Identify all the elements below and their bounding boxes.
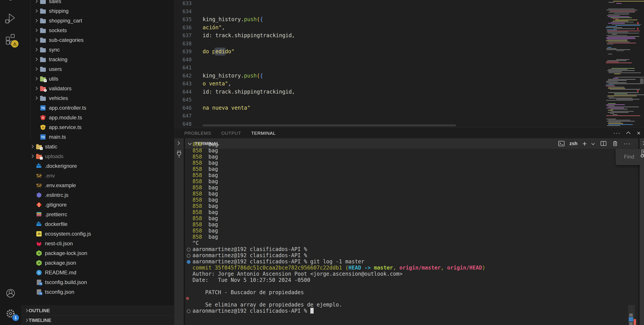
nest-module-icon: A — [40, 114, 46, 121]
terminal-line: 858 bag — [192, 148, 485, 154]
tab-output[interactable]: OUTPUT — [221, 130, 241, 136]
folder-icon — [40, 66, 46, 72]
chevron-spacer — [30, 260, 34, 265]
chevron-spacer — [30, 212, 34, 217]
overview-ruler-error-mark — [637, 28, 638, 30]
tree-item-sub-categories[interactable]: sub-categories — [21, 35, 174, 45]
terminal-line: 858 bag — [192, 166, 485, 172]
tab-problems[interactable]: PROBLEMS — [184, 130, 211, 136]
tree-item-sync[interactable]: sync — [21, 45, 174, 54]
tree-item-users[interactable]: users — [21, 64, 174, 74]
command-decoration-icon[interactable] — [187, 254, 190, 258]
tree-item-tracking[interactable]: tracking — [21, 54, 174, 64]
tree-item-label: app.module.ts — [49, 114, 82, 121]
maximize-panel-icon[interactable] — [626, 132, 630, 136]
code-editor[interactable]: 6336346356366376386396406416426436446456… — [174, 0, 644, 128]
chevron-right-icon — [641, 141, 644, 145]
collapsed-ports-section[interactable] — [174, 138, 184, 325]
explorer-sidebar: salesshippingshopping_cartsocketssub-cat… — [21, 0, 174, 325]
terminal-more-actions-icon[interactable]: ··· — [624, 140, 631, 147]
code-line: do pedido" — [203, 48, 295, 56]
tree-item-ecosystem.config.js[interactable]: JSecosystem.config.js — [21, 229, 174, 239]
folder-icon — [40, 0, 46, 4]
tree-item-static[interactable]: static — [21, 142, 174, 152]
command-decoration-icon[interactable] — [187, 309, 190, 313]
split-terminal-icon[interactable] — [600, 141, 606, 146]
terminal-dropdown-icon[interactable] — [591, 142, 595, 145]
tree-item-.env[interactable]: .env — [21, 171, 174, 180]
command-mark-active — [629, 317, 633, 322]
tree-item-package.json[interactable]: JSpackage.json — [21, 258, 174, 268]
account-icon[interactable] — [0, 288, 21, 299]
terminal-profile-icon — [558, 141, 564, 146]
code-line: id: track.shippingtrackingid, — [203, 32, 295, 40]
terminal-error-mark — [634, 319, 636, 325]
tree-item-app.controller.ts[interactable]: TSapp.controller.ts — [21, 103, 174, 113]
tree-item-app.service.ts[interactable]: Aapp.service.ts — [21, 122, 174, 132]
tree-item-README.md[interactable]: iREADME.md — [21, 268, 174, 278]
tree-item-.dockerignore[interactable]: .dockerignore — [21, 161, 174, 171]
command-error-icon[interactable]: ⊗ — [186, 295, 189, 302]
chevron-right-icon — [34, 8, 38, 14]
tree-item-uploads[interactable]: uploads — [21, 152, 174, 161]
tree-item-tsconfig.json[interactable]: tsconfig.json — [21, 287, 174, 297]
editor-horizontal-scrollbar[interactable] — [203, 124, 456, 126]
tree-item-label: app.controller.ts — [49, 105, 86, 111]
command-decoration-icon[interactable] — [187, 260, 190, 264]
outline-section-header[interactable]: OUTLINE — [21, 306, 174, 316]
timeline-section-header[interactable]: TIMELINE — [21, 315, 174, 325]
settings-gear-icon[interactable]: 1 — [0, 308, 21, 320]
folder-icon — [40, 37, 46, 43]
tree-item-validators[interactable]: validators — [21, 84, 174, 93]
chevron-right-icon — [34, 18, 38, 23]
tree-item-sockets[interactable]: sockets — [21, 26, 174, 35]
tree-item-sales[interactable]: sales — [21, 0, 174, 6]
minimap[interactable] — [605, 0, 644, 127]
collapsed-debug-console-section[interactable] — [640, 138, 644, 325]
chevron-right-icon — [24, 318, 29, 323]
tree-item-.prettierrc[interactable]: .prettierrc — [21, 210, 174, 219]
new-terminal-icon[interactable]: + — [582, 140, 587, 147]
command-mark — [629, 322, 633, 325]
terminal-line: aaronmartinez@192 clasificados-API % git… — [192, 258, 485, 265]
folder-uploads-icon — [36, 153, 42, 160]
shell-name-label: zsh — [569, 141, 578, 146]
more-actions-icon[interactable]: ··· — [614, 130, 621, 136]
tree-item-main.ts[interactable]: TSmain.ts — [21, 132, 174, 142]
tree-item-utils[interactable]: utils — [21, 74, 174, 84]
code-line: ación", — [203, 24, 295, 32]
close-panel-icon[interactable]: × — [637, 130, 640, 136]
tree-item-app.module.ts[interactable]: Aapp.module.ts — [21, 113, 174, 122]
tree-item-vehicles[interactable]: vehicles — [21, 93, 174, 103]
terminal-output[interactable]: 858 bag858 bag858 bag858 bag858 bag858 b… — [192, 141, 485, 314]
tree-item-.eslintrc.js[interactable]: .eslintrc.js — [21, 190, 174, 200]
panel-body: TERMINAL zsh + — [174, 138, 644, 325]
terminal-line — [192, 283, 485, 289]
tree-item-shopping_cart[interactable]: shopping_cart — [21, 16, 174, 26]
tree-item-label: .dockerignore — [45, 163, 77, 169]
activity-bar: ⚠ 1 — [0, 0, 21, 325]
editor-vertical-scrollbar[interactable] — [640, 78, 644, 84]
tree-item-.gitignore[interactable]: .gitignore — [21, 200, 174, 210]
command-decoration-icon[interactable] — [187, 248, 190, 252]
tree-item-label: uploads — [45, 153, 64, 160]
run-and-debug-icon[interactable] — [0, 12, 21, 25]
tree-item-shipping[interactable]: shipping — [21, 6, 174, 16]
chevron-right-icon — [30, 154, 34, 159]
folder-icon — [40, 47, 46, 53]
tree-item-nest-cli.json[interactable]: nest-cli.json — [21, 239, 174, 248]
ts-icon: TS — [40, 134, 46, 140]
extensions-icon[interactable]: ⚠ — [0, 33, 21, 46]
tree-item-.env.example[interactable]: .env.example — [21, 180, 174, 190]
tab-terminal[interactable]: TERMINAL — [251, 130, 276, 136]
tree-item-tsconfig.build.json[interactable]: tsconfig.build.json — [21, 278, 174, 287]
source-control-icon[interactable] — [0, 0, 21, 3]
editor-code[interactable]: king_history.push({ación",id: track.ship… — [203, 0, 295, 128]
overview-ruler-error-mark — [637, 22, 638, 24]
tree-item-label: static — [45, 144, 57, 150]
vscode-window: ⚠ 1 salesshippingshopping_cartsocketssub… — [0, 0, 644, 325]
tree-item-package-lock.json[interactable]: JSpackage-lock.json — [21, 248, 174, 258]
tree-item-dockerfile[interactable]: dockerfile — [21, 219, 174, 229]
kill-terminal-icon[interactable] — [612, 141, 618, 146]
chevron-spacer — [30, 290, 34, 294]
